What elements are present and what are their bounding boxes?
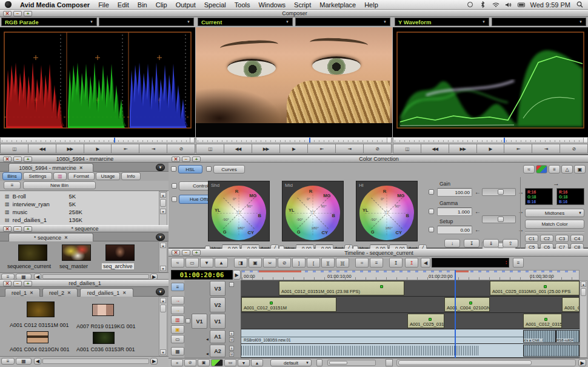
toggle-down-button[interactable]: ▼	[238, 359, 250, 366]
color-wheel-hl[interactable]: Hl R MG B CY G YL 0° 90° -90° 180° +	[356, 181, 418, 241]
menu-tools[interactable]: Tools	[235, 1, 250, 8]
bin-menu-button[interactable]: ▼	[156, 164, 165, 171]
audio-clip[interactable]: it's a Chill...l	[523, 330, 556, 343]
menu-marketplace[interactable]: Marketplace	[319, 1, 356, 8]
timeline-playhead[interactable]	[455, 270, 456, 358]
timeline-clip[interactable]: A001_C012_03151M	[241, 297, 336, 312]
setup-decrease-icon[interactable]: ←	[475, 226, 481, 233]
timeline-clip[interactable]: A001_C03	[562, 297, 580, 312]
timeline-vscrollbar[interactable]: ▲	[580, 280, 587, 358]
tab-format[interactable]: Format	[68, 172, 95, 180]
slider-thumb[interactable]	[498, 217, 504, 222]
clip-thumbnail-seq-master[interactable]	[62, 244, 91, 261]
close-icon[interactable]: ✕	[30, 291, 33, 295]
correction-bucket-c4[interactable]: C4	[570, 235, 584, 242]
dailies-menu-button[interactable]: ▼	[156, 288, 165, 295]
scroll-up-icon[interactable]: ▲	[581, 281, 586, 287]
play-button[interactable]: ▶	[84, 144, 112, 153]
zoom-button[interactable]: +	[24, 157, 32, 162]
setup-increase-icon[interactable]: →	[518, 226, 524, 233]
sync-status-icon[interactable]	[467, 1, 474, 8]
gamma-increase-icon[interactable]: →	[518, 208, 524, 215]
bin-item-interview-ryan[interactable]: ▥ interview_ryan 5K	[1, 200, 158, 208]
dailies-window-titlebar[interactable]: ✕ − + red_dailies_1	[0, 280, 169, 287]
dailies-view-mode-button[interactable]: ▦	[16, 358, 32, 365]
record-track-v1[interactable]: V1	[210, 314, 226, 329]
play-button[interactable]: ▶	[477, 144, 505, 153]
timeline-clip[interactable]: A001_C025_0310M0	[407, 314, 444, 328]
scroll-left-button[interactable]: ◀	[34, 274, 41, 280]
no-marks-button[interactable]: ⊘	[278, 258, 291, 268]
cc-apply-down-button[interactable]: ↧	[464, 239, 479, 247]
monitor-selector-5[interactable]: Y Waveform▼	[395, 18, 489, 26]
monitor-selector-6[interactable]: ▼	[492, 18, 586, 26]
close-button[interactable]: ✕	[172, 157, 180, 162]
next-edit-button[interactable]: ⇥	[532, 144, 560, 153]
effect-mode-button[interactable]: ◨	[234, 258, 247, 268]
new-bin-button[interactable]: New Bin	[23, 181, 96, 189]
scroll-down-icon[interactable]: ▼	[160, 266, 166, 271]
rewind-button[interactable]: ◀◀	[421, 144, 449, 153]
close-icon[interactable]: ✕	[67, 291, 71, 295]
timeline-menu-button[interactable]: ≡	[171, 283, 184, 291]
zoom-button[interactable]: +	[192, 157, 201, 162]
apple-menu-icon[interactable]	[5, 1, 12, 8]
controls-checkbox[interactable]	[172, 183, 177, 189]
clip-label[interactable]: A007 R019 0119KG 001	[76, 323, 135, 329]
timeline-fast-menu-button[interactable]: ≈	[171, 258, 184, 268]
dailies-menu-icon-button[interactable]: ≡	[1, 358, 15, 365]
zoom-button[interactable]: +	[24, 226, 32, 232]
tab-hsl[interactable]: HSL	[178, 165, 202, 173]
record-punch-in-button[interactable]: ↥	[405, 258, 418, 268]
cc-window-titlebar[interactable]: ✕ − + Color Correction	[169, 155, 588, 163]
toggle-up-button[interactable]: ▲	[251, 359, 263, 366]
clip-thumbnail-c012[interactable]	[27, 301, 55, 317]
hsl-enable-checkbox[interactable]	[171, 166, 176, 172]
bin-list-scrollbar[interactable]: ▲ ▼	[159, 191, 167, 225]
gain-value[interactable]: 100.00	[437, 188, 472, 197]
timeline-clip[interactable]: A001_C025_0310MG_001 (25.00 FPS	[490, 281, 580, 295]
timeline-clip[interactable]: A001_C004_0210GN_00	[444, 297, 490, 312]
monitor-selector-4[interactable]: ▼	[295, 18, 390, 26]
monitor-toggle-button[interactable]: ▭	[171, 335, 184, 343]
sequence-menu-button[interactable]: ▼	[156, 234, 165, 241]
clip-thumbnail-r019[interactable]	[92, 304, 114, 316]
gamma-checkbox[interactable]	[429, 209, 434, 214]
clip-icon-tab[interactable]: ▥	[53, 172, 67, 180]
trim-mode-button[interactable]: ≍	[263, 258, 276, 268]
dailies-hscrollbar[interactable]	[42, 359, 149, 364]
clip-thumbnail-c036[interactable]	[93, 332, 115, 344]
timeline-view-preset-dropdown[interactable]: default ▼	[270, 359, 312, 366]
scroll-right-button[interactable]: ▶	[150, 358, 158, 365]
cc-apply-all-button[interactable]: ⇓	[483, 239, 499, 247]
a2-speaker-icon[interactable]: ◀	[206, 352, 209, 355]
gain-decrease-icon[interactable]: ←	[475, 189, 481, 195]
correction-bucket-c1[interactable]: C1	[525, 235, 538, 242]
match-color-swatch-source[interactable]: R:16 G:18 B:16	[525, 188, 553, 205]
close-icon[interactable]: ✕	[79, 166, 83, 170]
scrollbar-thumb[interactable]	[398, 360, 532, 365]
clip-label-selected[interactable]: seq_archive	[102, 263, 134, 269]
menu-bin[interactable]: Bin	[138, 1, 147, 8]
clip-label[interactable]: A001 C036 03153R 001	[76, 346, 135, 352]
video-quality-button[interactable]: ▣	[198, 359, 210, 366]
track-v2[interactable]: A001_C012_03151M A001_C004_0210GN_00 A00…	[241, 297, 580, 313]
cc-settings-button[interactable]: ≈	[523, 165, 535, 173]
a1-solo-button[interactable]: s	[229, 331, 234, 336]
correction-bucket-c2[interactable]: C2	[540, 235, 553, 242]
minimize-button[interactable]: −	[13, 281, 22, 286]
gain-slider[interactable]	[482, 188, 516, 196]
gain-checkbox[interactable]	[429, 189, 434, 195]
close-button[interactable]: ✕	[3, 226, 12, 232]
tab-bins[interactable]: Bins	[2, 172, 22, 180]
clip-label[interactable]: A001 C012 03151M 001	[10, 322, 69, 328]
hue-offsets-checkbox[interactable]	[172, 197, 177, 202]
menu-clip[interactable]: Clip	[156, 1, 167, 8]
clip-thumbnail-c004[interactable]	[27, 331, 48, 343]
menu-help[interactable]: Help	[364, 1, 378, 8]
sequence-tab[interactable]: * sequence ✕	[8, 233, 93, 241]
slider-thumb[interactable]	[329, 361, 347, 365]
bin-tab[interactable]: 1080i_5994 - mmarcine ✕	[8, 163, 93, 172]
position-bar-2[interactable]	[196, 137, 392, 143]
spotlight-icon[interactable]	[576, 1, 583, 8]
